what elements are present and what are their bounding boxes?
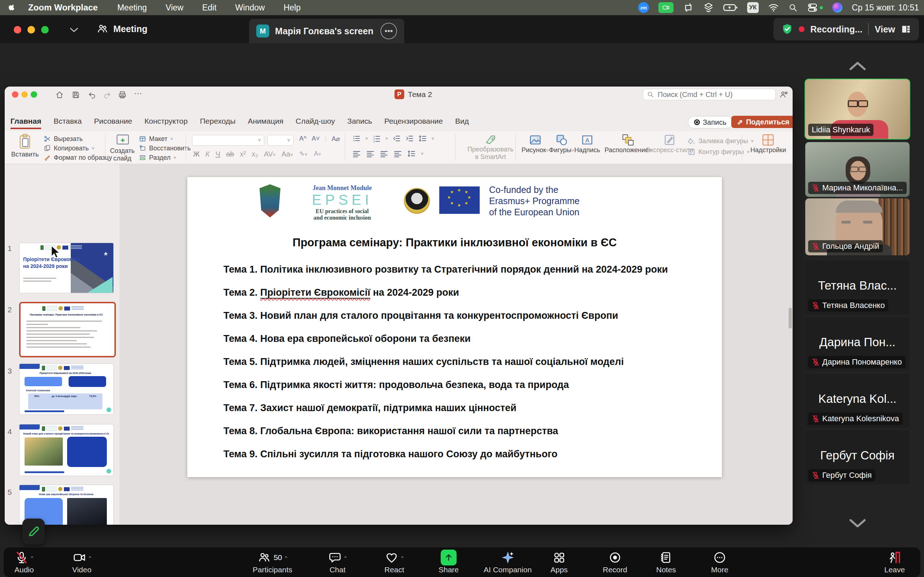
participant-tile-name[interactable]: Дарина Пон... Дарина Пономаренко [805,317,909,371]
chevron-down-icon[interactable] [69,27,79,32]
menu-window[interactable]: Window [235,3,265,13]
participants-scroll-down[interactable] [848,519,867,528]
siri-icon[interactable] [832,3,842,13]
record-button[interactable]: Record [603,550,627,574]
format-painter-button[interactable]: Формат по образцу [44,153,112,162]
notes-button[interactable]: Notes [656,550,676,574]
apple-menu-icon[interactable] [9,3,16,12]
tab-options-icon[interactable]: ••• [380,23,397,39]
ribbon-tab-slideshow[interactable]: Слайд-шоу [296,117,335,126]
security-shield-icon[interactable] [782,23,793,35]
participant-tile-video[interactable]: Гольцов Андрій [805,198,909,255]
chat-button[interactable]: ^ Chat [328,550,347,574]
ribbon-tab-design[interactable]: Конструктор [144,117,188,126]
current-slide[interactable]: Jean Monnet Module EPSEI EU practices of… [187,177,722,477]
strikethrough-button[interactable]: ab [226,150,234,158]
annotation-pencil-button[interactable] [23,519,45,545]
ppt-close-button[interactable] [12,91,18,98]
subscript-button[interactable]: x₂ [252,150,258,158]
search-input[interactable] [657,90,772,99]
quick-styles-button[interactable]: Экспресс-стили [646,134,693,154]
ai-companion-button[interactable]: AI Companion [484,550,531,574]
menu-view[interactable]: View [166,3,183,13]
slide-thumbnail-4[interactable]: Новий план для сталого процвітання та ко… [19,424,114,476]
shortcuts-icon[interactable] [703,2,714,13]
align-left-button[interactable] [352,149,361,158]
bullets-button[interactable] [352,134,361,143]
menu-bar-clock[interactable]: Ср 15 жовт. 10:51 [852,3,919,13]
menu-app-name[interactable]: Zoom Workplace [28,3,98,13]
video-button[interactable]: ^ Video [72,550,91,574]
numbering-button[interactable] [373,134,381,143]
reset-button[interactable]: Восстановить [139,143,191,153]
ribbon-tab-draw[interactable]: Рисование [94,117,132,126]
redo-icon[interactable] [103,90,111,99]
share-contact-icon[interactable] [779,90,788,99]
menu-meeting[interactable]: Meeting [117,3,147,13]
line-spacing-button[interactable] [418,134,427,143]
font-size-select[interactable]: ˅ [267,135,294,146]
undo-icon[interactable] [88,90,96,99]
minimize-window-button[interactable] [27,26,35,34]
tab-screen-share[interactable]: M Марія Голєва's screen ••• [249,19,404,43]
zoom-window-button[interactable] [41,26,49,34]
font-color-button[interactable]: А˅ [314,150,321,158]
decrease-indent-button[interactable] [393,134,401,143]
spotlight-icon[interactable] [788,3,798,12]
save-icon[interactable] [71,90,80,99]
highlight-button[interactable]: ✎˅ [299,150,307,158]
superscript-button[interactable]: x² [240,150,246,158]
layout-button[interactable]: Макет˅ [139,134,191,143]
addins-button[interactable]: Надстройки [750,134,786,154]
arrange-button[interactable]: Расположение˅ [604,134,651,154]
ribbon-tab-transitions[interactable]: Переходы [200,117,236,126]
underline-button[interactable]: Ч [215,150,220,158]
participant-tile-name[interactable]: Тетяна Влас... Тетяна Власенко [805,260,909,314]
input-source-badge[interactable]: УК [747,2,759,13]
decrease-font-button[interactable]: А˅ [312,135,320,143]
shapes-button[interactable]: Фигуры˅ [549,134,574,154]
participant-tile-name[interactable]: Kateryna Kol... Kateryna Kolesnikova [805,374,909,428]
recording-label[interactable]: Recording... [810,24,862,35]
clear-format-button[interactable]: А⌀ [332,135,340,143]
participant-tile-video[interactable]: Марина Миколаївна... [805,142,909,197]
copy-button[interactable]: Копировать˅ [44,143,112,153]
screen-mirroring-icon[interactable] [683,2,694,13]
slide-editor-area[interactable]: Jean Monnet Module EPSEI EU practices of… [120,164,793,525]
textbox-button[interactable]: Надпись [574,134,600,154]
participant-tile-video[interactable]: Lidiia Shynkaruk [805,79,909,139]
ribbon-tab-view[interactable]: Вид [455,117,469,126]
align-right-button[interactable] [380,149,388,158]
participant-tile-name[interactable]: Гербут Софія Гербут Софія [805,430,909,484]
audio-button[interactable]: ^ Audio [15,550,34,574]
character-spacing-button[interactable]: AV˅ [264,150,276,158]
ppt-zoom-button[interactable] [31,91,37,98]
share-presentation-button[interactable]: ⇗ Поделиться ˅ [731,116,793,128]
bold-button[interactable]: Ж [193,150,200,158]
slide-thumbnail-3[interactable]: Пріорітети Єврокомісії на 2024-2029 роки… [19,364,114,415]
wifi-icon[interactable] [768,2,779,13]
picture-button[interactable]: Рисунок˅ [522,134,549,154]
section-button[interactable]: Раздел˅ [139,153,191,162]
control-center-icon[interactable] [807,2,818,13]
text-direction-button[interactable] [407,149,416,158]
view-layout-icon[interactable] [901,24,911,34]
tab-meeting[interactable]: Meeting [97,23,147,35]
ribbon-tab-record[interactable]: Запись [347,117,372,126]
share-button[interactable]: Share [439,550,459,574]
font-name-select[interactable]: ˅ [192,135,264,146]
ppt-minimize-button[interactable] [21,91,28,98]
apps-button[interactable]: Apps [551,550,568,574]
view-button[interactable]: View [874,24,895,35]
paste-button[interactable]: Вставить [11,134,39,158]
italic-button[interactable]: К [205,150,210,158]
battery-icon[interactable] [723,3,738,12]
camera-active-icon[interactable] [658,2,674,13]
change-case-button[interactable]: Aa˅ [281,150,293,158]
print-icon[interactable] [118,90,127,99]
increase-indent-button[interactable] [405,134,414,143]
smartart-button[interactable]: Преобразоватьв SmartArt [467,134,514,161]
slide-thumbnail-2-selected[interactable]: Програма семінару: Практики інклюзивної … [19,302,116,357]
menu-help[interactable]: Help [284,3,300,13]
record-presentation-button[interactable]: Запись [688,116,733,128]
